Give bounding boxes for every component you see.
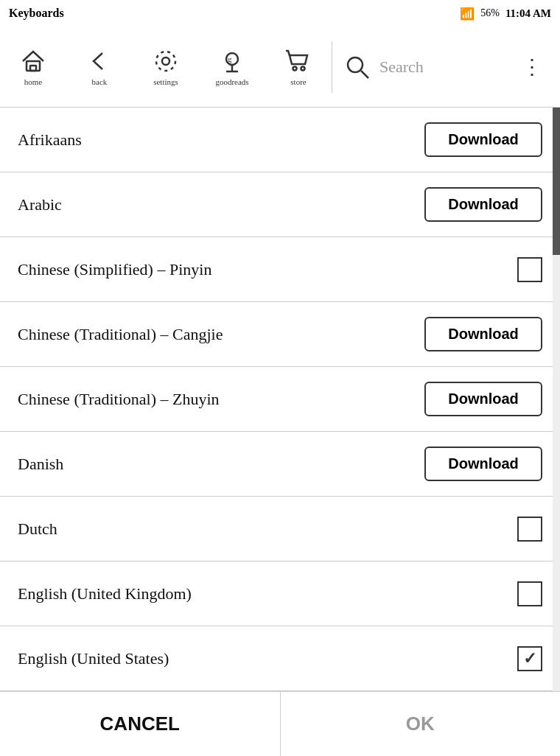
- ok-button[interactable]: OK: [281, 692, 561, 756]
- nav-bar: home back settings g goodreads: [0, 27, 560, 108]
- svg-rect-1: [30, 66, 36, 71]
- goodreads-label: goodreads: [215, 77, 248, 86]
- nav-settings[interactable]: settings: [133, 27, 199, 108]
- list-item[interactable]: English (United Kingdom): [0, 561, 560, 626]
- download-button[interactable]: Download: [424, 187, 542, 222]
- settings-icon: [153, 48, 179, 74]
- list-item[interactable]: English (United States): [0, 626, 560, 691]
- keyboard-label: English (United Kingdom): [18, 584, 192, 603]
- goodreads-icon: g: [219, 48, 245, 74]
- more-menu-icon[interactable]: ⋮: [516, 49, 548, 85]
- nav-store[interactable]: store: [265, 27, 332, 108]
- download-button[interactable]: Download: [424, 447, 542, 481]
- svg-line-11: [361, 71, 368, 78]
- svg-point-3: [156, 52, 175, 71]
- nav-goodreads[interactable]: g goodreads: [199, 27, 265, 108]
- keyboard-label: Chinese (Traditional) – Cangjie: [18, 325, 223, 344]
- keyboard-label: English (United States): [18, 649, 169, 668]
- keyboard-label: Afrikaans: [18, 130, 82, 150]
- list-item[interactable]: ArabicDownload: [0, 172, 560, 237]
- keyboard-label: Arabic: [18, 195, 62, 214]
- nav-items: home back settings g goodreads: [0, 27, 332, 108]
- bottom-bar: CANCEL OK: [0, 691, 560, 756]
- list-item[interactable]: Chinese (Simplified) – Pinyin: [0, 237, 560, 302]
- search-placeholder[interactable]: Search: [379, 57, 424, 77]
- clock: 11:04 AM: [505, 7, 551, 20]
- download-button[interactable]: Download: [424, 382, 542, 416]
- keyboard-checkbox[interactable]: [517, 581, 542, 606]
- list-item[interactable]: Dutch: [0, 497, 560, 561]
- download-button[interactable]: Download: [424, 317, 542, 351]
- status-bar: Keyboards 📶 56% 11:04 AM: [0, 0, 560, 27]
- store-icon: [285, 48, 312, 74]
- home-icon: [20, 48, 46, 74]
- back-icon: [86, 48, 113, 74]
- nav-home[interactable]: home: [0, 27, 66, 108]
- svg-point-9: [301, 66, 305, 70]
- keyboard-checkbox[interactable]: [517, 646, 542, 671]
- settings-label: settings: [153, 77, 178, 86]
- search-icon: [344, 54, 371, 80]
- keyboard-label: Chinese (Traditional) – Zhuyin: [18, 390, 220, 409]
- list-item[interactable]: AfrikaansDownload: [0, 108, 560, 172]
- store-label: store: [290, 77, 306, 86]
- wifi-icon: 📶: [460, 7, 475, 21]
- search-icon-wrap: [344, 54, 371, 80]
- svg-point-2: [162, 57, 169, 65]
- list-item[interactable]: Chinese (Traditional) – CangjieDownload: [0, 302, 560, 367]
- svg-point-10: [348, 57, 363, 72]
- keyboard-checkbox[interactable]: [517, 257, 542, 282]
- svg-text:g: g: [228, 55, 232, 63]
- app-title: Keyboards: [9, 7, 64, 20]
- list-item[interactable]: DanishDownload: [0, 432, 560, 497]
- cancel-button[interactable]: CANCEL: [0, 692, 281, 756]
- svg-point-8: [293, 66, 297, 70]
- battery-status: 56%: [480, 7, 500, 19]
- scroll-thumb: [553, 108, 560, 255]
- keyboard-label: Chinese (Simplified) – Pinyin: [18, 260, 211, 279]
- keyboard-label: Danish: [18, 455, 63, 474]
- scroll-track: [553, 108, 560, 691]
- status-right: 📶 56% 11:04 AM: [460, 7, 551, 21]
- search-bar[interactable]: Search ⋮: [332, 27, 560, 108]
- list-item[interactable]: Chinese (Traditional) – ZhuyinDownload: [0, 367, 560, 432]
- nav-back[interactable]: back: [66, 27, 133, 108]
- download-button[interactable]: Download: [424, 122, 542, 157]
- home-label: home: [24, 77, 42, 86]
- keyboard-checkbox[interactable]: [517, 517, 542, 542]
- keyboard-list: AfrikaansDownloadArabicDownloadChinese (…: [0, 108, 560, 691]
- keyboard-label: Dutch: [18, 519, 57, 539]
- back-label: back: [92, 77, 108, 86]
